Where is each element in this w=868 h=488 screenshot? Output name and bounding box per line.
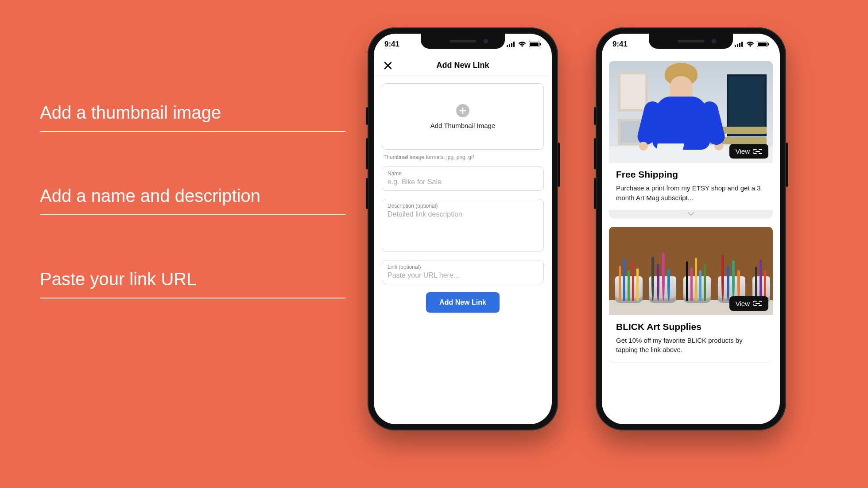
view-link-button[interactable]: View xyxy=(729,296,768,311)
svg-rect-5 xyxy=(530,43,539,46)
close-icon xyxy=(384,61,392,70)
phone-device-form: 9:41 Add New Link xyxy=(368,27,558,430)
view-label: View xyxy=(736,147,750,155)
cellular-signal-icon xyxy=(507,42,515,47)
wifi-icon xyxy=(518,42,526,47)
device-notch xyxy=(421,34,505,49)
add-thumbnail-button[interactable]: Add Thumbnail Image xyxy=(382,83,544,150)
caption-name-desc: Add a name and description xyxy=(40,185,345,215)
svg-rect-9 xyxy=(739,43,740,47)
link-input[interactable] xyxy=(388,271,538,279)
card-description: Get 10% off my favorite BLICK products b… xyxy=(616,336,766,355)
battery-icon xyxy=(757,42,769,47)
modal-title: Add New Link xyxy=(436,61,489,70)
svg-rect-8 xyxy=(737,44,738,47)
caption-thumbnail: Add a thumbnail image xyxy=(40,102,345,132)
phone-screen-form: 9:41 Add New Link xyxy=(374,34,552,424)
device-mute-switch xyxy=(594,107,596,125)
cellular-signal-icon xyxy=(735,42,744,47)
description-field[interactable]: Description (optional) xyxy=(382,199,544,252)
device-volume-down xyxy=(594,178,596,209)
phone-device-preview: 9:41 xyxy=(596,27,786,430)
description-input[interactable] xyxy=(388,210,538,246)
add-thumbnail-label: Add Thumbnail Image xyxy=(430,122,495,129)
modal-header: Add New Link xyxy=(374,55,552,76)
caption-link-url: Paste your link URL xyxy=(40,268,345,298)
link-label: Link (optional) xyxy=(388,264,538,270)
add-new-link-button[interactable]: Add New Link xyxy=(426,292,500,313)
card-title: Free Shipping xyxy=(616,169,766,180)
svg-rect-3 xyxy=(513,42,515,47)
card-body: Free Shipping Purchase a print from my E… xyxy=(609,163,773,210)
link-card[interactable]: View BLICK Art Supplies Get 10% off my f… xyxy=(609,227,773,362)
status-icons xyxy=(507,42,541,47)
view-label: View xyxy=(736,300,750,307)
device-notch xyxy=(649,34,733,49)
card-title: BLICK Art Supplies xyxy=(616,321,766,332)
device-mute-switch xyxy=(366,107,368,125)
thumbnail-illustration xyxy=(649,276,676,303)
link-icon xyxy=(753,149,762,154)
svg-rect-0 xyxy=(507,45,508,47)
phone-screen-preview: 9:41 xyxy=(602,34,780,424)
battery-icon xyxy=(529,42,541,47)
card-body: BLICK Art Supplies Get 10% off my favori… xyxy=(609,315,773,362)
svg-rect-13 xyxy=(768,43,769,46)
device-power-button xyxy=(786,143,788,187)
link-icon xyxy=(753,301,762,306)
thumbnail-format-hint: Thumbnail image formats: jpg, png, gif xyxy=(384,154,542,160)
svg-rect-6 xyxy=(540,43,541,46)
card-thumbnail: View xyxy=(609,227,773,315)
name-input[interactable] xyxy=(388,178,538,186)
device-front-camera xyxy=(484,39,488,43)
card-thumbnail: View xyxy=(609,61,773,163)
status-icons xyxy=(735,42,769,47)
device-front-camera xyxy=(712,39,716,43)
thumbnail-illustration xyxy=(652,97,710,150)
device-power-button xyxy=(558,143,560,187)
svg-rect-2 xyxy=(511,43,512,47)
thumbnail-illustration xyxy=(618,72,648,112)
svg-rect-12 xyxy=(758,43,767,46)
name-label: Name xyxy=(388,170,538,177)
link-field[interactable]: Link (optional) xyxy=(382,260,544,284)
svg-rect-7 xyxy=(735,45,736,47)
plus-circle-icon xyxy=(456,104,469,117)
card-expand-handle[interactable] xyxy=(609,210,773,218)
form-body: Add Thumbnail Image Thumbnail image form… xyxy=(374,76,552,320)
thumbnail-illustration xyxy=(615,276,643,303)
description-label: Description (optional) xyxy=(388,203,538,209)
device-volume-down xyxy=(366,178,368,209)
close-button[interactable] xyxy=(382,59,394,72)
card-description: Purchase a print from my ETSY shop and g… xyxy=(616,183,766,203)
svg-rect-10 xyxy=(741,42,743,47)
thumbnail-illustration xyxy=(683,276,711,303)
svg-rect-1 xyxy=(509,44,510,47)
device-speaker xyxy=(678,40,704,43)
device-volume-up xyxy=(594,138,596,169)
device-speaker xyxy=(450,40,476,43)
chevron-down-icon xyxy=(688,212,694,216)
name-field[interactable]: Name xyxy=(382,167,544,191)
status-time: 9:41 xyxy=(612,40,628,49)
onboarding-captions: Add a thumbnail image Add a name and des… xyxy=(40,102,345,298)
status-time: 9:41 xyxy=(384,40,399,49)
view-link-button[interactable]: View xyxy=(729,144,768,159)
device-volume-up xyxy=(366,138,368,169)
wifi-icon xyxy=(746,42,754,47)
cards-list[interactable]: View Free Shipping Purchase a print from… xyxy=(602,55,780,424)
link-card[interactable]: View Free Shipping Purchase a print from… xyxy=(609,61,773,218)
